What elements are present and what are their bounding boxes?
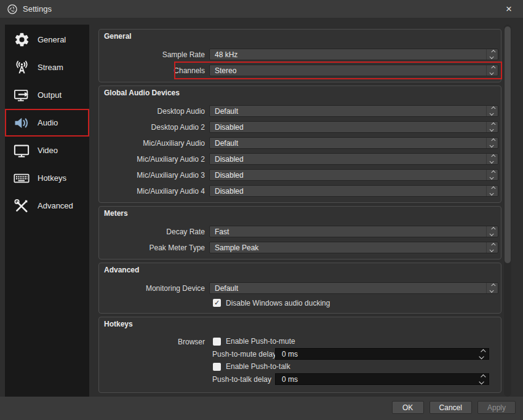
sidebar-item-stream[interactable]: Stream (5, 53, 89, 81)
section-title: Hotkeys (104, 320, 498, 330)
section-global-audio-devices: Global Audio Devices Desktop Audio Defau… (98, 85, 501, 203)
apply-button[interactable]: Apply (477, 401, 516, 414)
sidebar-item-audio[interactable]: Audio (5, 109, 89, 137)
mic-aux-audio-label: Mic/Auxiliary Audio (104, 139, 205, 148)
spinner-arrows-icon[interactable] (486, 65, 498, 76)
push-to-talk-delay-label: Push-to-talk delay (209, 375, 271, 384)
push-to-mute-delay-input[interactable]: 0 ms (275, 348, 489, 360)
speaker-icon (12, 114, 31, 132)
sidebar-item-label: Advanced (38, 201, 73, 210)
spinner-arrows-icon[interactable] (486, 226, 498, 237)
obs-logo-icon (7, 4, 18, 15)
desktop-audio-2-dropdown[interactable]: Disabled (209, 121, 498, 133)
mic-aux-audio-3-label: Mic/Auxiliary Audio 3 (104, 171, 205, 180)
sidebar-item-label: Hotkeys (38, 173, 66, 183)
spinner-arrows-icon[interactable] (486, 154, 498, 164)
peak-meter-type-dropdown[interactable]: Sample Peak (209, 242, 498, 253)
decay-rate-dropdown[interactable]: Fast (209, 226, 498, 237)
sidebar-item-hotkeys[interactable]: Hotkeys (5, 164, 89, 192)
channels-dropdown[interactable]: Stereo (209, 65, 498, 76)
mic-aux-audio-3-dropdown[interactable]: Disabled (209, 169, 498, 181)
browser-source-label: Browser (104, 336, 205, 346)
scrollbar[interactable] (504, 25, 511, 397)
enable-push-to-mute-checkbox[interactable] (213, 338, 221, 346)
sidebar-item-video[interactable]: Video (5, 137, 89, 164)
sidebar: General Stream (5, 25, 89, 397)
channels-row-highlight: Channels Stereo (104, 65, 498, 76)
sidebar-item-output[interactable]: Output (5, 81, 89, 109)
enable-push-to-talk-checkbox[interactable] (213, 363, 221, 371)
mic-aux-audio-2-dropdown[interactable]: Disabled (209, 153, 498, 165)
close-icon[interactable]: × (500, 1, 518, 18)
push-to-mute-delay-label: Push-to-mute delay (209, 350, 271, 359)
desktop-audio-2-label: Desktop Audio 2 (104, 123, 205, 132)
mic-aux-audio-2-label: Mic/Auxiliary Audio 2 (104, 155, 205, 164)
channels-label: Channels (104, 66, 205, 75)
section-title: Meters (104, 209, 498, 219)
gear-icon (12, 31, 31, 49)
sidebar-item-label: Stream (38, 63, 63, 72)
spinner-arrows-icon[interactable] (486, 138, 498, 148)
spinner-arrows-icon[interactable] (477, 375, 489, 384)
spinner-arrows-icon[interactable] (486, 106, 498, 116)
mic-aux-audio-4-label: Mic/Auxiliary Audio 4 (104, 187, 205, 196)
sidebar-item-label: Audio (38, 118, 58, 127)
enable-push-to-talk-label: Enable Push-to-talk (226, 362, 290, 371)
section-advanced: Advanced Monitoring Device Default ✓ Dis… (98, 263, 501, 314)
section-title: Global Audio Devices (104, 89, 498, 98)
spinner-arrows-icon[interactable] (486, 170, 498, 180)
sidebar-item-label: Video (38, 146, 58, 155)
section-meters: Meters Decay Rate Fast Peak Meter Type S… (98, 206, 501, 260)
broadcast-icon (12, 59, 31, 76)
ok-button[interactable]: OK (392, 401, 424, 414)
output-icon (12, 87, 31, 104)
sidebar-item-advanced[interactable]: Advanced (5, 192, 89, 220)
peak-meter-type-label: Peak Meter Type (104, 244, 205, 252)
decay-rate-label: Decay Rate (104, 228, 205, 236)
sidebar-item-general[interactable]: General (5, 26, 89, 53)
spinner-arrows-icon[interactable] (486, 186, 498, 196)
section-hotkeys: Hotkeys Browser Enable Push-to-mute Push… (98, 317, 501, 393)
section-title: Advanced (104, 266, 498, 275)
desktop-audio-label: Desktop Audio (104, 107, 205, 116)
desktop-audio-dropdown[interactable]: Default (209, 105, 498, 117)
sidebar-item-label: Output (38, 90, 62, 100)
settings-panel: General Sample Rate 48 kHz Channels Ster… (98, 29, 501, 396)
window-title: Settings (23, 4, 52, 14)
spinner-arrows-icon[interactable] (486, 242, 498, 253)
scrollbar-thumb[interactable] (505, 26, 511, 263)
sidebar-item-label: General (38, 35, 66, 44)
display-icon (12, 142, 31, 159)
section-title: General (104, 32, 498, 42)
disable-audio-ducking-label: Disable Windows audio ducking (226, 299, 330, 307)
monitoring-device-dropdown[interactable]: Default (209, 282, 498, 294)
mic-aux-audio-dropdown[interactable]: Default (209, 137, 498, 149)
section-general: General Sample Rate 48 kHz Channels Ster… (98, 29, 501, 82)
settings-window: Settings × General (0, 0, 523, 420)
spinner-arrows-icon[interactable] (486, 283, 498, 293)
enable-push-to-mute-label: Enable Push-to-mute (226, 337, 295, 346)
cancel-button[interactable]: Cancel (429, 401, 472, 414)
disable-audio-ducking-checkbox[interactable]: ✓ (213, 299, 221, 307)
dialog-footer: OK Cancel Apply (0, 397, 523, 420)
mic-aux-audio-4-dropdown[interactable]: Disabled (209, 185, 498, 197)
sample-rate-dropdown[interactable]: 48 kHz (209, 49, 498, 60)
settings-content: General Stream (0, 18, 523, 397)
monitoring-device-label: Monitoring Device (104, 284, 205, 293)
push-to-talk-delay-input[interactable]: 0 ms (275, 373, 489, 385)
titlebar: Settings × (0, 0, 523, 18)
spinner-arrows-icon[interactable] (486, 49, 498, 60)
spinner-arrows-icon[interactable] (477, 350, 489, 359)
sample-rate-label: Sample Rate (104, 50, 205, 59)
tools-icon (12, 197, 31, 215)
keyboard-icon (12, 170, 31, 187)
spinner-arrows-icon[interactable] (486, 122, 498, 132)
